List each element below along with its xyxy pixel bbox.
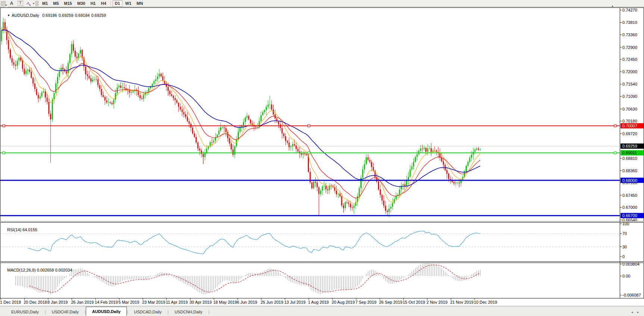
rsi-indicator-label: RSI(14) 64.0155	[3, 223, 37, 236]
line-anchor-marker[interactable]	[3, 125, 5, 127]
date-axis-label: 11 Apr 2019	[166, 300, 188, 304]
date-axis-label: 13 Jul 2019	[284, 300, 306, 304]
line-anchor-marker[interactable]	[614, 125, 616, 127]
fibonacci-tool-icon[interactable]: F	[1, 1, 6, 6]
price-axis-tick: 0.72000	[622, 69, 637, 74]
price-axis-tick: 0.67450	[622, 193, 637, 198]
price-chart[interactable]: 0.742700.738100.733600.729000.724500.720…	[0, 7, 644, 306]
date-axis-label: 10 Dec 2019	[474, 300, 497, 304]
line-anchor-marker[interactable]	[614, 152, 616, 154]
collapse-triangle-icon[interactable]: ▼	[7, 14, 10, 17]
timeframe-button-M1[interactable]: M1	[40, 0, 50, 7]
price-tag-label: 0.69011	[622, 151, 637, 155]
rsi-axis-tick: 30	[622, 245, 627, 249]
rsi-name: RSI(14)	[7, 227, 21, 232]
timeframe-toolbar: M1M5M15M30H1H4D1W1MN	[40, 0, 146, 7]
date-axis-label: 7 Sep 2019	[356, 300, 376, 304]
macd-indicator-label: MACD(12,26,9) 0.002658 0.002034	[3, 263, 72, 277]
rsi-axis-tick: 70	[622, 231, 627, 236]
timeframe-button-H4[interactable]: H4	[99, 0, 108, 7]
text-box-tool-icon[interactable]: T	[18, 1, 23, 6]
symbol-period-label: AUDUSD,Daily	[12, 13, 39, 18]
macd-axis-tick: -0.006087	[622, 293, 641, 297]
chart-tab-USDCAD[interactable]: USDCAD,Daily	[128, 308, 168, 316]
rsi-axis-tick: 100	[622, 221, 629, 226]
line-anchor-marker[interactable]	[308, 152, 310, 154]
date-axis-label: 23 Mar 2019	[142, 300, 165, 304]
date-axis-label: 25 Jun 2019	[261, 300, 284, 304]
price-axis-tick: 0.70180	[622, 119, 637, 123]
rsi-axis-tick: 0	[622, 254, 625, 259]
date-axis-label: 26 Jan 2019	[71, 300, 94, 304]
macd-axis-tick: 0.003804	[622, 262, 640, 266]
date-axis-label: 6 Jun 2019	[237, 300, 257, 304]
timeframe-button-D1[interactable]: D1	[113, 0, 122, 7]
date-axis-label: 1 Aug 2019	[308, 300, 329, 304]
macd-signal-value: 0.002034	[55, 268, 72, 272]
date-axis-label: 21 Nov 2019	[450, 300, 473, 304]
timeframe-button-M30[interactable]: M30	[75, 0, 87, 7]
chart-tab-USDCNH[interactable]: USDCNH,Daily	[169, 308, 209, 316]
chart-tab-EURUSD[interactable]: EURUSD,Daily	[5, 308, 45, 316]
date-axis-label: 15 Oct 2019	[403, 300, 425, 304]
date-axis-label: 5 Mar 2019	[119, 300, 140, 304]
price-tag-label: 0.66700	[622, 213, 637, 218]
timeframe-button-H1[interactable]: H1	[88, 0, 98, 7]
price-axis-tick: 0.70630	[622, 107, 637, 111]
date-axis-label: 20 Aug 2019	[332, 300, 355, 304]
price-axis-tick: 0.68810	[622, 156, 637, 161]
rsi-value: 64.0155	[22, 227, 37, 232]
open-value: 0.69186	[42, 13, 57, 18]
price-axis-tick: 0.73360	[622, 32, 637, 37]
toolbar: F A T ➚ ➘ ▾ M1M5M15M30H1H4D1W1MN	[0, 0, 644, 7]
date-axis-label: 14 Feb 2019	[95, 300, 118, 304]
timeframe-button-M5[interactable]: M5	[51, 0, 61, 7]
price-axis-tick: 0.71090	[622, 94, 637, 99]
price-axis-tick: 0.68360	[622, 168, 637, 173]
date-axis-label: 20 Dec 2018	[24, 300, 47, 304]
date-axis-label: 8 Jan 2019	[47, 300, 68, 304]
arrow-objects-icon[interactable]: ➚ ➘	[26, 1, 32, 6]
axis-scroll-up-icon[interactable]: ▲	[611, 4, 614, 8]
line-anchor-marker[interactable]	[3, 152, 5, 154]
chart-tab-USDCHF[interactable]: USDCHF,Daily	[46, 308, 85, 316]
text-label-tool-icon[interactable]: A	[8, 1, 15, 6]
price-axis-tick: 0.72900	[622, 45, 637, 50]
tab-separator: |	[208, 308, 209, 316]
date-axis-label: 1 Dec 2018	[0, 300, 21, 304]
close-value: 0.69259	[91, 13, 106, 18]
tab-scroll-left-icon[interactable]: ◂	[629, 308, 635, 316]
price-axis-tick: 0.67000	[622, 205, 637, 210]
toolbar-grip[interactable]	[35, 1, 38, 6]
timeframe-button-W1[interactable]: W1	[123, 0, 134, 7]
price-tag-label: 0.68000	[622, 178, 637, 183]
macd-main-value: 0.002658	[37, 268, 54, 272]
price-axis-tick: 0.73810	[622, 20, 637, 25]
price-axis-tick: 0.71540	[622, 82, 637, 86]
terminal-window: F A T ➚ ➘ ▾ M1M5M15M30H1H4D1W1MN ▼AUDUSD…	[0, 0, 644, 316]
price-tag-label: 0.69259	[622, 144, 637, 148]
low-value: 0.69184	[75, 13, 90, 18]
chart-tab-AUDUSD[interactable]: AUDUSD,Daily	[86, 307, 127, 316]
timeframe-button-MN[interactable]: MN	[134, 0, 145, 7]
chart-title: ▼AUDUSD,Daily0.691860.692590.691840.6925…	[3, 9, 107, 22]
price-axis-tick: 0.74270	[622, 8, 637, 12]
chevron-down-icon[interactable]: ▾	[33, 2, 34, 5]
line-anchor-marker[interactable]	[308, 125, 310, 127]
price-axis-tick: 0.69720	[622, 131, 637, 136]
date-axis-label: 26 Sep 2019	[379, 300, 402, 304]
timeframe-button-M15[interactable]: M15	[62, 0, 74, 7]
price-axis-tick: 0.72450	[622, 57, 637, 62]
date-axis-label: 30 Apr 2019	[190, 300, 212, 304]
tab-scroll-right-icon[interactable]: ▸	[635, 308, 641, 316]
macd-name: MACD(12,26,9)	[7, 268, 35, 272]
macd-axis-tick: 0.00	[622, 274, 630, 278]
date-axis-label: 18 May 2019	[213, 300, 237, 304]
chart-tab-bar: EURUSD,Daily|USDCHF,Daily|AUDUSD,Daily|U…	[0, 306, 644, 316]
date-axis-label: 2 Nov 2019	[426, 300, 447, 304]
high-value: 0.69259	[59, 13, 74, 18]
price-tag-label: 0.70007	[622, 124, 637, 128]
chart-tabs: EURUSD,Daily|USDCHF,Daily|AUDUSD,Daily|U…	[5, 307, 209, 316]
